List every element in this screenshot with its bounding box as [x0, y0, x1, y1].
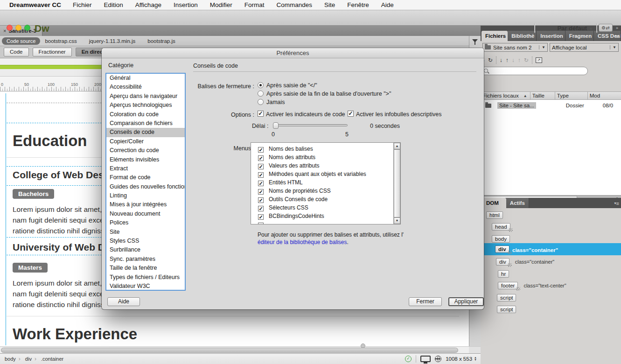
- dom-node-footer[interactable]: footerclass="text-center": [498, 282, 566, 289]
- workspace-switcher[interactable]: Par défaut▾: [557, 25, 592, 32]
- expand-panel-icon[interactable]: ↗: [536, 57, 542, 63]
- menu-fenetre[interactable]: Fenêtre: [341, 1, 375, 8]
- get-files-icon[interactable]: ↓: [500, 57, 502, 63]
- menu-item[interactable]: ✓Outils Conseils de code: [251, 193, 400, 202]
- panel-menu-icon[interactable]: ▾≡: [614, 201, 619, 206]
- checkbox-code-hints-label[interactable]: Activer les indicateurs de code: [266, 111, 345, 118]
- panel-menu-icon[interactable]: ▾≡: [614, 34, 619, 39]
- dom-node-html[interactable]: html: [486, 211, 503, 219]
- app-menu[interactable]: Dreamweaver CC: [0, 1, 67, 8]
- scrollbar-thumb[interactable]: [394, 149, 400, 217]
- dom-node-div-selected[interactable]: div class="container": [481, 243, 621, 255]
- tab-insertion[interactable]: Insertion: [537, 31, 565, 41]
- sort-asc-icon[interactable]: ▲: [523, 94, 527, 98]
- menu-item[interactable]: ✓BCBindingsCodeHints: [251, 210, 400, 218]
- dom-node-hr[interactable]: hr: [498, 270, 509, 278]
- menu-item[interactable]: ✓Méthodes quant aux objets et variables: [251, 168, 400, 176]
- menu-fichier[interactable]: Fichier: [67, 1, 98, 8]
- tag-selector-div[interactable]: div: [21, 356, 35, 362]
- tab-actifs[interactable]: Actifs: [506, 198, 529, 208]
- files-search-input[interactable]: [480, 67, 588, 75]
- dom-node-script[interactable]: script: [497, 306, 516, 313]
- category-item[interactable]: Sync. paramètres: [106, 255, 185, 264]
- radio-never-label[interactable]: Jamais: [266, 99, 285, 105]
- tab-fichiers[interactable]: Fichiers: [481, 31, 508, 41]
- checkbox-tooltips-label[interactable]: Activer les infobulles descriptives: [356, 111, 441, 118]
- category-item-selected[interactable]: Conseils de code: [106, 128, 185, 137]
- radio-after-open-tag-label[interactable]: Après saisie de la fin de la balise d'ou…: [266, 91, 391, 97]
- menus-scrollbar[interactable]: ▲ ▼: [393, 143, 400, 224]
- delay-slider[interactable]: [273, 124, 348, 126]
- menu-item[interactable]: ✓Noms des attributs: [251, 151, 400, 160]
- category-item[interactable]: Nouveau document: [106, 210, 185, 218]
- menu-item[interactable]: ✓Sélecteurs CSS: [251, 202, 400, 210]
- put-files-icon[interactable]: ↑: [506, 57, 509, 63]
- radio-after-slash[interactable]: [258, 82, 264, 88]
- category-item[interactable]: Styles CSS: [106, 237, 185, 245]
- category-item[interactable]: Extract: [106, 164, 185, 173]
- sync-settings-button[interactable]: ⚙⇄: [599, 24, 613, 32]
- category-item[interactable]: Format de code: [106, 173, 185, 182]
- tab-bibliotheque[interactable]: Bibliothè: [508, 31, 537, 41]
- category-item[interactable]: Taille de la fenêtre: [106, 264, 185, 273]
- col-taille[interactable]: Taille: [530, 93, 544, 98]
- related-file-bootstrap-js[interactable]: bootstrap.js: [147, 38, 175, 44]
- scroll-down-icon[interactable]: ▼: [394, 217, 400, 224]
- menu-item[interactable]: ✓: [251, 218, 400, 224]
- split-view-button[interactable]: Fractionner: [33, 48, 72, 56]
- tag-selector-body[interactable]: body: [0, 356, 19, 362]
- category-item[interactable]: Aperçus technologiques: [106, 101, 185, 110]
- category-item[interactable]: Types de fichiers / Editeurs: [106, 273, 185, 282]
- category-item[interactable]: Surbrillance: [106, 245, 185, 254]
- category-item[interactable]: Validateur W3C: [106, 282, 185, 291]
- view-select[interactable]: Affichage local ▼: [550, 43, 619, 52]
- dialog-title[interactable]: Préférences: [102, 48, 484, 58]
- related-file-jquery[interactable]: jquery-1.11.3.min.js: [89, 38, 136, 44]
- col-fichiers-locaux[interactable]: Fichiers locaux: [481, 93, 519, 98]
- code-hint-menus-list[interactable]: ✓Noms des balises ✓Noms des attributs ✓V…: [251, 142, 401, 224]
- radio-after-slash-label[interactable]: Après saisie de "</": [266, 82, 317, 89]
- close-window-button[interactable]: [7, 25, 13, 31]
- radio-after-open-tag[interactable]: [258, 91, 264, 97]
- document-horizontal-scrollbar[interactable]: [0, 346, 469, 353]
- scroll-up-icon[interactable]: ▲: [394, 143, 400, 149]
- dom-node-script[interactable]: script: [497, 294, 516, 301]
- category-item[interactable]: Comparaison de fichiers: [106, 119, 185, 128]
- menu-item[interactable]: ✓Entités HTML: [251, 176, 400, 185]
- splitter-knob[interactable]: [361, 343, 365, 348]
- scrollbar-thumb[interactable]: [1, 348, 458, 353]
- filter-icon[interactable]: [472, 39, 478, 42]
- category-item[interactable]: Eléments invisibles: [106, 155, 185, 164]
- category-item[interactable]: Polices: [106, 218, 185, 227]
- category-item[interactable]: Aperçu dans le navigateur: [106, 92, 185, 101]
- category-item[interactable]: Site: [106, 228, 185, 237]
- category-item[interactable]: Mises à jour intégrées: [106, 200, 185, 209]
- col-modifie[interactable]: Mod: [588, 93, 600, 98]
- minimize-window-button[interactable]: [15, 25, 21, 31]
- close-button[interactable]: Fermer: [409, 297, 442, 306]
- category-item[interactable]: Guides des nouvelles fonction: [106, 182, 185, 191]
- menu-edition[interactable]: Edition: [98, 1, 129, 8]
- file-row-site[interactable]: Site - Site sa... Dossier 08/0: [481, 101, 621, 110]
- radio-never[interactable]: [258, 99, 264, 105]
- apply-button[interactable]: Appliquer: [448, 297, 484, 306]
- tag-library-editor-link[interactable]: éditeur de la bibliothèque de balises: [258, 239, 347, 245]
- menu-item[interactable]: ✓Noms des balises: [251, 143, 400, 151]
- preview-in-browser-icon[interactable]: [435, 356, 441, 362]
- code-source-pill[interactable]: Code source: [2, 37, 40, 45]
- dom-node-body[interactable]: body: [492, 235, 510, 243]
- menu-format[interactable]: Format: [238, 1, 271, 8]
- menu-modifier[interactable]: Modifier: [204, 1, 238, 8]
- dom-node-head[interactable]: head: [492, 223, 510, 231]
- menu-item[interactable]: ✓Noms de propriétés CSS: [251, 185, 400, 193]
- category-item[interactable]: Général: [106, 74, 185, 83]
- category-item[interactable]: Linting: [106, 191, 185, 200]
- col-type[interactable]: Type: [555, 93, 569, 98]
- code-view-button[interactable]: Code: [4, 48, 29, 56]
- check-in-icon[interactable]: ↑: [518, 57, 521, 63]
- dom-node-div[interactable]: divclass="container": [496, 258, 554, 266]
- checkbox-code-hints[interactable]: ✓: [258, 111, 264, 117]
- validation-ok-icon[interactable]: ✓: [405, 356, 412, 362]
- device-preview-icon[interactable]: [420, 356, 431, 362]
- menu-site[interactable]: Site: [318, 1, 341, 8]
